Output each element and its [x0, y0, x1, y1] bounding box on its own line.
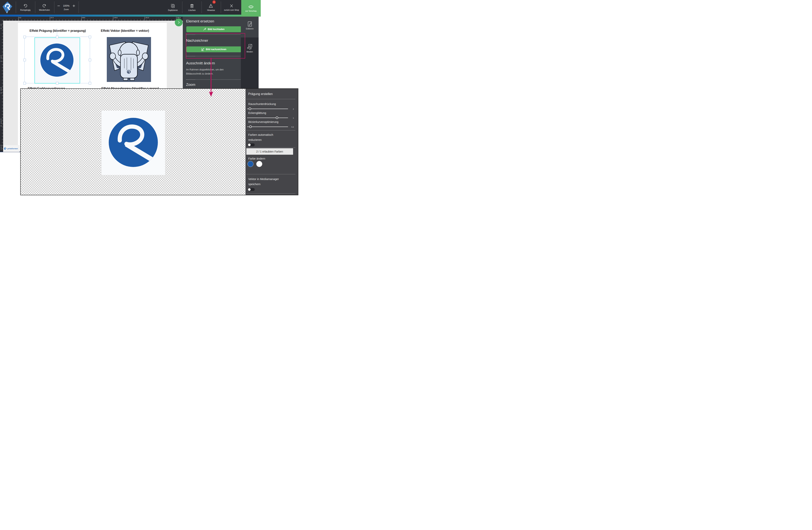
heading-effekt-praegung: Effekt Prägung (Identifier = praegung): [30, 29, 86, 32]
callout-arrow-head-icon: [208, 91, 214, 97]
back-to-shop-label: zurück zum Shop: [224, 9, 239, 11]
tab-editieren-label: Editieren: [246, 28, 253, 30]
traced-logo-image[interactable]: [109, 118, 158, 167]
top-toolbar: Rückgängig Wiederholen 100% Zoom: [0, 0, 261, 15]
back-to-shop-button[interactable]: zurück zum Shop: [222, 0, 241, 15]
media-icon: [247, 44, 253, 50]
upload-image-label: Bild hochladen: [208, 28, 224, 31]
reduce-colors-label-line2: reduzieren: [248, 138, 262, 141]
ruler-mark: 191.5: [0, 145, 2, 152]
color-swatch-white[interactable]: [256, 161, 262, 167]
zoom-in-icon[interactable]: [72, 4, 75, 8]
crop-description-line2: Bildausschnitt zu ändern.: [186, 72, 223, 76]
slider-knob[interactable]: [249, 125, 252, 128]
save-vector-label-line1: Vektor in Mediamanager: [248, 178, 279, 181]
bezier-optimization-label: Bézierkurvenoptimierung: [248, 120, 278, 124]
watermark-text: printformer: [8, 148, 18, 150]
toolbar-separator: [78, 2, 79, 13]
redo-button[interactable]: Wiederholen: [36, 0, 53, 15]
zoom-value: 100%: [63, 4, 69, 7]
duplicate-label: Duplizieren: [168, 9, 178, 11]
reduce-colors-label-line1: Farben automatisch: [248, 133, 273, 136]
ruler-mark: 191.5: [145, 17, 149, 20]
slider-knob[interactable]: [249, 108, 251, 110]
divider: [247, 147, 295, 148]
printformer-watermark-icon: [4, 147, 6, 150]
ruler-mark: 0.0: [0, 24, 2, 29]
corner-smoothing-value: 1: [288, 117, 294, 119]
noise-suppression-slider[interactable]: [247, 108, 288, 110]
selection-handle-se[interactable]: [89, 82, 91, 84]
heading-effekt-vektor: Effekt Vektor (Identifier = vektor): [101, 29, 149, 32]
divider: [247, 174, 295, 175]
edit-page-icon: [247, 21, 252, 27]
corner-smoothing-slider[interactable]: [247, 116, 288, 119]
selection-handle-w[interactable]: [24, 59, 26, 61]
ruler-corner: [0, 17, 3, 21]
printformer-editor: Rückgängig Wiederholen 100% Zoom: [0, 0, 301, 196]
tracer-settings-panel: Prägung erstellen Rauschunterdrückung 2 …: [246, 89, 298, 195]
reduce-colors-toggle[interactable]: [248, 143, 255, 146]
selection-handle-ne[interactable]: [89, 36, 91, 38]
delete-label: Löschen: [188, 9, 195, 11]
collapse-sidebar-button[interactable]: [175, 18, 183, 26]
noise-suppression-label: Rauschunterdrückung: [248, 102, 276, 106]
hints-button[interactable]: Hinweise: [203, 0, 219, 15]
duplicate-button[interactable]: Duplizieren: [164, 0, 181, 15]
upload-image-button[interactable]: Bild hochladen: [186, 26, 242, 32]
selection-handle-sw[interactable]: [24, 82, 26, 84]
zoom-controls: 100% Zoom: [55, 0, 77, 15]
selection-handle-nw[interactable]: [24, 36, 26, 38]
crop-description-line1: Im Rahmen doppelklicken, um den: [186, 68, 223, 72]
redo-label: Wiederholen: [39, 9, 50, 11]
preview-button[interactable]: zur Vorschau: [241, 0, 261, 17]
horizontal-ruler: 0.0 47.9 95.8 143.6 191.5 239.4: [3, 17, 183, 21]
close-icon: [229, 4, 234, 8]
slider-knob[interactable]: [276, 116, 278, 119]
change-color-label: Farbe ändern: [248, 157, 265, 160]
eye-icon: [248, 5, 254, 9]
bezier-optimization-value: 0.2: [288, 126, 294, 128]
tracer-callout-rectangle: [186, 33, 245, 58]
divider: [186, 79, 241, 80]
tab-editieren[interactable]: Editieren: [241, 21, 259, 30]
toolbar-separator: [16, 2, 16, 13]
selection-handle-s[interactable]: [56, 82, 58, 84]
hints-label: Hinweise: [207, 9, 215, 11]
duplicate-icon: [171, 3, 175, 8]
delete-button[interactable]: Löschen: [184, 0, 200, 15]
printformer-logo-icon: [2, 1, 13, 14]
noise-suppression-value: 2: [288, 108, 294, 110]
tracer-result-overlay: Prägung erstellen Rauschunterdrückung 2 …: [20, 88, 298, 195]
ruler-mark: 0.0: [18, 17, 21, 20]
tab-medien-label: Medien: [247, 51, 253, 53]
selection-handle-n[interactable]: [56, 36, 58, 38]
save-vector-label-line2: speichern: [248, 183, 261, 186]
vector-astronaut-illustration[interactable]: [107, 37, 151, 82]
save-vector-toggle[interactable]: [248, 188, 255, 191]
bezier-optimization-slider[interactable]: [247, 125, 288, 128]
color-swatch-blue[interactable]: [247, 161, 253, 167]
ruler-mark: 47.9: [50, 17, 54, 20]
ruler-mark: 143.6: [0, 119, 2, 126]
ruler-mark: 95.8: [82, 17, 85, 20]
image-upload-icon: [203, 28, 206, 31]
undo-label: Rückgängig: [20, 9, 31, 11]
corner-smoothing-label: Eckenglättung: [248, 111, 266, 114]
chevron-right-icon: [177, 21, 180, 24]
ruler-mark: 143.6: [113, 17, 117, 20]
selection-handle-e[interactable]: [89, 59, 91, 61]
undo-button[interactable]: Rückgängig: [17, 0, 33, 15]
printformer-watermark: printformer: [3, 145, 19, 152]
divider: [247, 99, 295, 99]
selected-logo-image[interactable]: [40, 43, 73, 76]
vertical-ruler: 0.0 47.9 95.8 143.6 191.5: [0, 21, 3, 152]
redo-icon: [42, 4, 47, 8]
zoom-out-icon[interactable]: [57, 4, 60, 8]
hints-badge: 1: [213, 0, 216, 4]
trash-icon: [190, 3, 194, 8]
callout-arrow-shaft: [211, 58, 212, 93]
ruler-mark: 95.8: [0, 87, 2, 94]
preview-label: zur Vorschau: [245, 10, 257, 12]
zoom-label: Zoom: [64, 9, 69, 11]
